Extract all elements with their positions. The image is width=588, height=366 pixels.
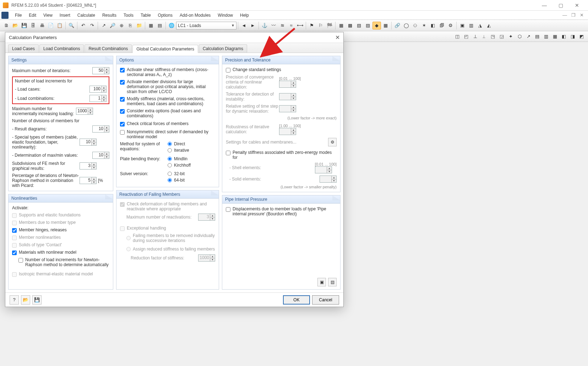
beam2-icon[interactable]: ≋ — [278, 22, 287, 29]
solver-32-radio[interactable] — [168, 172, 172, 176]
minimize-button[interactable]: — — [536, 0, 552, 10]
tb2-icon-8[interactable]: ⬡ — [515, 33, 524, 41]
tb2-icon-14[interactable]: ◨ — [568, 33, 577, 41]
direct-radio[interactable] — [168, 142, 172, 146]
shape2-icon[interactable]: ▥ — [467, 22, 475, 29]
next-icon[interactable]: ► — [249, 22, 257, 29]
menu-edit[interactable]: Edit — [25, 11, 40, 19]
grid3-icon[interactable]: ▧ — [355, 22, 363, 29]
flag2-icon[interactable]: ⚐ — [316, 22, 325, 29]
shape3-icon[interactable]: ◮ — [476, 22, 484, 29]
menu-calculate[interactable]: Calculate — [74, 11, 99, 19]
max-incr-load-input[interactable]: 1000▲▼ — [76, 108, 93, 115]
flag1-icon[interactable]: ⚑ — [307, 22, 316, 29]
grid4-icon[interactable]: ▨ — [364, 22, 372, 29]
pipe-icon-2[interactable]: ▤ — [328, 278, 337, 286]
solver-64-radio[interactable] — [168, 178, 172, 182]
tb2-icon-3[interactable]: ⊥ — [471, 33, 479, 41]
copyview-icon[interactable]: ⎘ — [126, 22, 135, 29]
open-icon[interactable]: 📂 — [11, 22, 20, 29]
tab-resultcombinations[interactable]: Result Combinations — [85, 44, 132, 53]
beam1-icon[interactable]: 〰 — [269, 22, 278, 29]
preview-icon[interactable]: 🔍 — [67, 22, 76, 29]
save-settings-button[interactable]: 💾 — [32, 295, 42, 305]
nonsym-checkbox[interactable] — [120, 130, 125, 135]
maxmin-input[interactable]: 10▲▼ — [92, 152, 109, 159]
undo-icon[interactable]: ↶ — [79, 22, 87, 29]
tb2-icon-6[interactable]: ◲ — [497, 33, 506, 41]
shape1-icon[interactable]: ▣ — [458, 22, 467, 29]
globe-icon[interactable]: 🌐 — [167, 22, 176, 29]
critical-checkbox[interactable] — [120, 122, 125, 127]
dim-icon[interactable]: ⟷ — [296, 22, 304, 29]
mdi-restore-icon[interactable]: ❐ — [570, 12, 577, 18]
saveas-icon[interactable]: 🗄 — [29, 22, 37, 29]
circle-icon[interactable]: ◯ — [402, 22, 410, 29]
penalty-checkbox[interactable] — [226, 151, 230, 155]
load-combinations-input[interactable]: 1▲▼ — [89, 95, 107, 102]
menu-tools[interactable]: Tools — [120, 11, 137, 19]
gear-icon[interactable]: ⚙ — [446, 22, 455, 29]
tb2-icon-7[interactable]: ✦ — [506, 33, 515, 41]
arrow-icon[interactable]: ↗ — [99, 22, 108, 29]
tab-diagrams[interactable]: Calculation Diagrams — [199, 44, 247, 53]
tb2-icon-1[interactable]: ◫ — [453, 33, 462, 41]
zoom-icon[interactable]: 🔎 — [108, 22, 117, 29]
tb2-icon-11[interactable]: ▥ — [542, 33, 550, 41]
shape4-icon[interactable]: ◭ — [485, 22, 493, 29]
menu-options[interactable]: Options — [154, 11, 176, 19]
mindlin-radio[interactable] — [168, 157, 172, 161]
highlighted-toolbar-icon[interactable]: ◆ — [372, 22, 381, 29]
menu-insert[interactable]: Insert — [56, 11, 74, 19]
tab-loadcombinations[interactable]: Load Combinations — [39, 44, 84, 53]
save-icon[interactable]: 💾 — [20, 22, 28, 29]
tb2-icon-4[interactable]: ⟂ — [480, 33, 488, 41]
menu-table[interactable]: Table — [137, 11, 154, 19]
anchor-icon[interactable]: ⚓ — [260, 22, 269, 29]
load-cases-input[interactable]: 100▲▼ — [89, 86, 107, 93]
tb2-icon-10[interactable]: ▤ — [533, 33, 541, 41]
maximize-button[interactable]: ▢ — [552, 0, 569, 10]
zoomfit-icon[interactable]: ⊕ — [117, 22, 126, 29]
modify-checkbox[interactable] — [120, 97, 125, 102]
result-diag-input[interactable]: 10▲▼ — [92, 125, 109, 133]
pipe-icon-1[interactable]: ▣ — [317, 278, 326, 286]
table2-icon[interactable]: ▤ — [156, 22, 164, 29]
tb2-icon-12[interactable]: ▦ — [551, 33, 559, 41]
close-button[interactable]: ✕ — [569, 0, 585, 10]
displacements-checkbox[interactable] — [226, 207, 230, 212]
dialog-close-icon[interactable]: ✕ — [335, 34, 340, 41]
redo-icon[interactable]: ↷ — [88, 22, 96, 29]
nr-auto-checkbox[interactable] — [18, 258, 23, 263]
cables-settings-button[interactable]: ⚙ — [328, 138, 337, 146]
change-settings-checkbox[interactable] — [226, 68, 230, 72]
menu-view[interactable]: View — [40, 11, 56, 19]
materials-checkbox[interactable] — [12, 251, 17, 255]
tab-global[interactable]: Global Calculation Parameters — [132, 45, 198, 53]
beam3-icon[interactable]: ≈ — [287, 22, 295, 29]
cross-icon[interactable]: ✶ — [420, 22, 428, 29]
loadcase-combo[interactable]: LC1 - Loads▼ — [176, 22, 236, 29]
clipboard-icon[interactable]: 📋 — [55, 22, 64, 29]
tb2-icon-5[interactable]: ◳ — [489, 33, 497, 41]
menu-addon[interactable]: Add-on Modules — [176, 11, 214, 19]
nr-picard-input[interactable]: 5▲▼ — [80, 177, 97, 184]
table-icon[interactable]: ▦ — [147, 22, 155, 29]
tb2-icon-2[interactable]: ◰ — [462, 33, 470, 41]
folder-icon[interactable]: 📁 — [135, 22, 143, 29]
cancel-button[interactable]: Cancel — [312, 295, 339, 305]
link-icon[interactable]: 🔗 — [393, 22, 402, 29]
flag3-icon[interactable]: 🏁 — [325, 22, 334, 29]
max-iterations-input[interactable]: 50▲▼ — [92, 67, 109, 74]
report-icon[interactable]: 📄 — [47, 22, 55, 29]
menu-file[interactable]: File — [11, 11, 25, 19]
divisions-checkbox[interactable] — [120, 80, 125, 85]
menu-results[interactable]: Results — [99, 11, 120, 19]
extra-checkbox[interactable] — [120, 109, 125, 114]
new-icon[interactable]: 🗎 — [2, 22, 11, 29]
mdi-close-icon[interactable]: ✕ — [578, 12, 585, 18]
shear-checkbox[interactable] — [120, 68, 125, 72]
subdiv-input[interactable]: 3▲▼ — [80, 162, 97, 169]
tb2-icon-13[interactable]: ◧ — [560, 33, 568, 41]
print-icon[interactable]: 🖶 — [38, 22, 46, 29]
